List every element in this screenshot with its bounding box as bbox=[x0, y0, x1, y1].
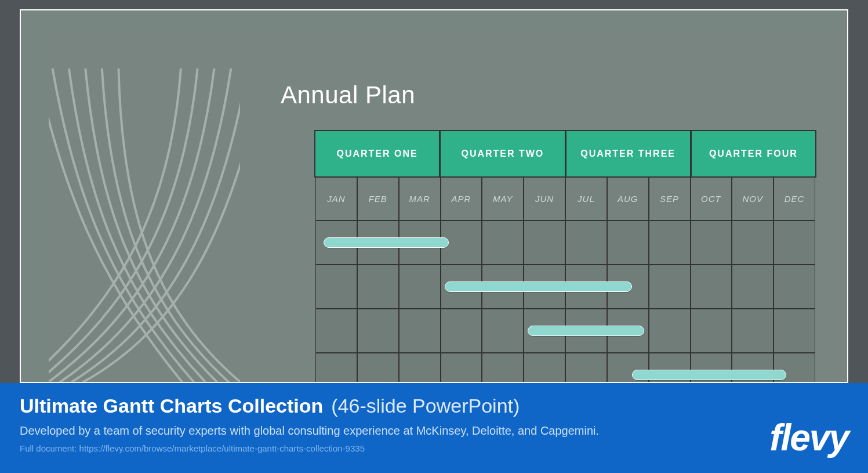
gantt-bar bbox=[445, 281, 632, 292]
slide-frame: Annual Plan QUARTER ONE QUARTER TWO QUAR… bbox=[20, 9, 848, 383]
product-line: Ultimate Gantt Charts Collection (46-sli… bbox=[20, 395, 848, 417]
gantt-bar bbox=[324, 237, 449, 248]
month-header: SEP bbox=[649, 176, 691, 221]
month-header: DEC bbox=[773, 176, 815, 221]
month-header: FEB bbox=[357, 176, 399, 221]
gantt-grid: QUARTER ONE QUARTER TWO QUARTER THREE QU… bbox=[315, 131, 815, 382]
footer-banner: Ultimate Gantt Charts Collection (46-sli… bbox=[0, 383, 868, 473]
month-header: APR bbox=[441, 176, 482, 221]
month-header: NOV bbox=[732, 176, 773, 221]
month-header-row: JAN FEB MAR APR MAY JUN JUL AUG SEP OCT … bbox=[315, 176, 815, 221]
product-title: Ultimate Gantt Charts Collection bbox=[20, 395, 323, 417]
month-header: AUG bbox=[607, 176, 649, 221]
brand-logo: flevy bbox=[769, 416, 848, 459]
month-header: MAY bbox=[482, 176, 524, 221]
product-subtitle: Developed by a team of security experts … bbox=[20, 424, 848, 438]
gantt-body bbox=[315, 221, 815, 383]
month-header: JAN bbox=[315, 176, 357, 221]
gantt-bar bbox=[632, 370, 786, 380]
month-header: JUN bbox=[524, 176, 565, 221]
quarter-header-row: QUARTER ONE QUARTER TWO QUARTER THREE QU… bbox=[315, 131, 815, 176]
gantt-bar bbox=[528, 326, 644, 336]
slide-title: Annual Plan bbox=[281, 81, 415, 109]
month-header: MAR bbox=[399, 176, 441, 221]
month-header: OCT bbox=[691, 176, 732, 221]
quarter-header: QUARTER ONE bbox=[315, 131, 439, 176]
product-url: Full document: https://flevy.com/browse/… bbox=[20, 443, 848, 453]
quarter-header: QUARTER FOUR bbox=[692, 131, 815, 176]
quarter-header: QUARTER TWO bbox=[441, 131, 564, 176]
month-header: JUL bbox=[565, 176, 607, 221]
decorative-lattice bbox=[49, 68, 240, 382]
quarter-header: QUARTER THREE bbox=[566, 131, 690, 176]
product-slides: (46-slide PowerPoint) bbox=[331, 395, 520, 417]
